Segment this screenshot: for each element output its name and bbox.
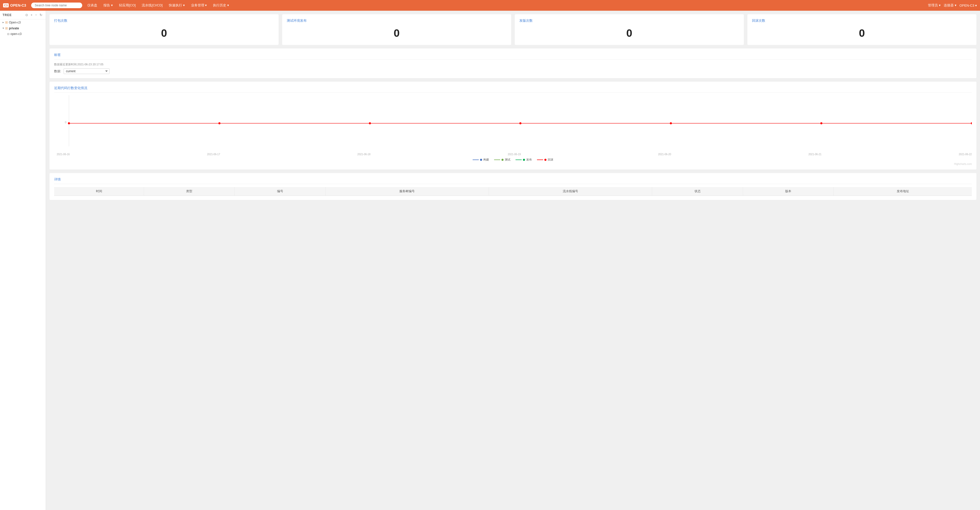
- tags-meta: 数据最近更新时间:2021-06-23 20:17:05: [54, 62, 972, 67]
- x-label: 2021-06-20: [658, 153, 671, 156]
- chart-svg-wrapper: 0: [54, 93, 972, 151]
- folder-icon: ⊞: [5, 21, 8, 24]
- chart-title: 近期代码行数变化情况: [54, 86, 972, 93]
- stat-card-value: 0: [287, 27, 507, 39]
- app-logo: C3 OPEN-C3: [3, 3, 29, 7]
- details-col-服务树编号: 服务树编号: [325, 187, 489, 196]
- details-col-版本: 版本: [743, 187, 834, 196]
- x-label: 2021-06-19: [508, 153, 521, 156]
- folder-icon: ⊞: [5, 26, 8, 30]
- chart-svg: 0: [62, 93, 972, 151]
- header-right-连接器[interactable]: 连接器 ▾: [944, 3, 956, 8]
- details-thead: 时间类型编号服务树编号流水线编号状态版本发布地址: [54, 187, 972, 196]
- refresh-button[interactable]: ↻: [39, 13, 43, 17]
- sidebar-actions: ⊙ + − ↻: [24, 13, 43, 17]
- chart-x-labels: 2021-06-162021-06-172021-06-182021-06-19…: [54, 151, 972, 156]
- nav-item-报告[interactable]: 报告 ▾: [101, 2, 115, 9]
- tags-data-row: 数据: current: [54, 68, 972, 74]
- chart-point: [519, 122, 522, 124]
- stat-card-回滚次数: 回滚次数0: [748, 14, 977, 45]
- x-label: 2021-06-18: [358, 153, 371, 156]
- nav-item-流水线[CI/CD][interactable]: 流水线[CI/CD]: [139, 2, 165, 9]
- svg-text:0: 0: [65, 121, 67, 124]
- tree-node-open-c3[interactable]: ▸⊞Open-c3: [0, 19, 46, 25]
- stat-card-value: 0: [54, 27, 274, 39]
- chart-legend: 构建 测试 发布 回滚: [54, 158, 972, 162]
- stat-card-title: 打包次数: [54, 18, 274, 23]
- tags-section: 标签 数据最近更新时间:2021-06-23 20:17:05 数据: curr…: [49, 49, 977, 78]
- nav-item-业务管理[interactable]: 业务管理 ▾: [188, 2, 210, 9]
- data-label: 数据:: [54, 69, 61, 73]
- legend-release: 发布: [515, 158, 532, 162]
- tags-title: 标签: [54, 52, 972, 59]
- tree-node-private[interactable]: ▾⊞private: [0, 25, 46, 31]
- chart-point: [971, 122, 972, 124]
- chart-section: 近期代码行数变化情况 0 2021-06-162021-06-172021: [49, 82, 977, 170]
- details-title: 详情: [54, 177, 972, 184]
- search-input[interactable]: [31, 3, 82, 8]
- chart-point: [670, 122, 672, 124]
- x-label: 2021-06-17: [207, 153, 220, 156]
- add-button[interactable]: +: [30, 13, 33, 17]
- chart-container: 0 2021-06-162021-06-172021-06-182021-06-…: [54, 93, 972, 165]
- stat-card-测试环境发布: 测试环境发布0: [282, 14, 511, 45]
- chart-point: [218, 122, 220, 124]
- nav-item-执行历史[interactable]: 执行历史 ▾: [210, 2, 232, 9]
- remove-button[interactable]: −: [34, 13, 38, 17]
- nav-item-仪表盘[interactable]: 仪表盘: [85, 2, 100, 9]
- stat-cards-row: 打包次数0测试环境发布0发版次数0回滚次数0: [49, 14, 977, 45]
- data-select[interactable]: current: [64, 68, 110, 74]
- nav-item-快速执行[interactable]: 快速执行 ▾: [166, 2, 188, 9]
- locate-button[interactable]: ⊙: [24, 13, 29, 17]
- layout: TREE ⊙ + − ↻ ▸⊞Open-c3▾⊞private⊟open-c3 …: [0, 11, 980, 510]
- nav-item-轻应用[CO][interactable]: 轻应用[CO]: [116, 2, 138, 9]
- stat-card-value: 0: [519, 27, 739, 39]
- sidebar-title: TREE: [3, 13, 12, 17]
- x-label: 2021-06-22: [959, 153, 972, 156]
- main-nav: 仪表盘报告 ▾轻应用[CO]流水线[CI/CD]快速执行 ▾业务管理 ▾执行历史…: [85, 2, 925, 9]
- sidebar: TREE ⊙ + − ↻ ▸⊞Open-c3▾⊞private⊟open-c3: [0, 11, 46, 510]
- stat-card-title: 回滚次数: [752, 18, 972, 23]
- file-icon: ⊟: [7, 32, 10, 36]
- stat-card-title: 发版次数: [519, 18, 739, 23]
- legend-test: 测试: [494, 158, 511, 162]
- details-col-类型: 类型: [144, 187, 235, 196]
- chart-point: [369, 122, 371, 124]
- details-section: 详情 时间类型编号服务树编号流水线编号状态版本发布地址: [49, 173, 977, 200]
- legend-build: 构建: [473, 158, 489, 162]
- tree-node-label: Open-c3: [9, 21, 21, 24]
- stat-card-title: 测试环境发布: [287, 18, 507, 23]
- details-header-row: 时间类型编号服务树编号流水线编号状态版本发布地址: [54, 187, 972, 196]
- stat-card-打包次数: 打包次数0: [49, 14, 278, 45]
- header-right: 管理员 ▾连接器 ▾OPEN-C3 ▾: [928, 3, 977, 8]
- details-col-状态: 状态: [652, 187, 743, 196]
- tree-node-label: private: [9, 27, 19, 30]
- app-title: OPEN-C3: [10, 3, 26, 7]
- details-col-流水线编号: 流水线编号: [489, 187, 652, 196]
- details-col-发布地址: 发布地址: [834, 187, 972, 196]
- header: C3 OPEN-C3 仪表盘报告 ▾轻应用[CO]流水线[CI/CD]快速执行 …: [0, 0, 980, 11]
- sidebar-header: TREE ⊙ + − ↻: [0, 11, 46, 19]
- stat-card-value: 0: [752, 27, 972, 39]
- chart-point: [821, 122, 822, 124]
- tree-node-label: open-c3: [11, 32, 21, 36]
- details-col-编号: 编号: [235, 187, 325, 196]
- logo-icon: C3: [3, 3, 9, 7]
- details-table: 时间类型编号服务树编号流水线编号状态版本发布地址: [54, 187, 972, 196]
- chevron-down-icon: ▾: [3, 27, 4, 30]
- main-content: 打包次数0测试环境发布0发版次数0回滚次数0 标签 数据最近更新时间:2021-…: [46, 11, 980, 510]
- highcharts-credit: Highcharts.com: [54, 163, 972, 165]
- x-label: 2021-06-21: [808, 153, 821, 156]
- header-right-OPEN-C3[interactable]: OPEN-C3 ▾: [959, 3, 977, 7]
- x-label: 2021-06-16: [57, 153, 70, 156]
- tree-container: ▸⊞Open-c3▾⊞private⊟open-c3: [0, 19, 46, 37]
- legend-rollback: 回滚: [537, 158, 553, 162]
- tree-node-open-c3-child[interactable]: ⊟open-c3: [0, 31, 46, 37]
- chevron-right-icon: ▸: [3, 21, 4, 24]
- details-col-时间: 时间: [54, 187, 144, 196]
- chart-point: [68, 122, 70, 124]
- header-right-管理员[interactable]: 管理员 ▾: [928, 3, 941, 8]
- stat-card-发版次数: 发版次数0: [515, 14, 744, 45]
